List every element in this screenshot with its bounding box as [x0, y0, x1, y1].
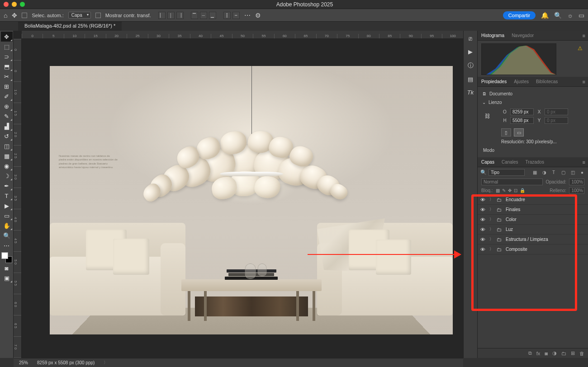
zoom-level[interactable]: 25%: [19, 360, 28, 365]
opacity-input[interactable]: 100%: [569, 179, 584, 185]
filter-smart-icon[interactable]: ◫: [569, 169, 576, 176]
close-window-icon[interactable]: [4, 2, 9, 7]
visibility-icon[interactable]: 👁: [480, 197, 487, 202]
fill-input[interactable]: 100%: [569, 187, 584, 194]
filter-search-icon[interactable]: 🔍: [480, 169, 487, 175]
lasso-tool[interactable]: ⊃: [1, 52, 13, 61]
dodge-tool[interactable]: ☽: [1, 171, 13, 181]
lock-all-icon[interactable]: 🔒: [520, 188, 525, 193]
tab-adjustments[interactable]: Ajustes: [513, 78, 530, 85]
minimize-window-icon[interactable]: [12, 2, 17, 7]
blend-mode-select[interactable]: Normal: [481, 179, 543, 185]
delete-layer-icon[interactable]: 🗑: [579, 351, 584, 356]
chevron-right-icon[interactable]: 〉: [489, 226, 494, 232]
layer-filter-kind-select[interactable]: Tipo: [488, 169, 525, 176]
tab-navigator[interactable]: Navegador: [511, 32, 535, 39]
screenmode-tool[interactable]: ▣: [1, 273, 13, 283]
filter-toggle-icon[interactable]: ●: [579, 169, 585, 176]
chevron-right-icon[interactable]: 〉: [489, 216, 494, 222]
quickmask-tool[interactable]: ◙: [1, 263, 13, 273]
filter-shape-icon[interactable]: ▢: [560, 169, 566, 176]
visibility-icon[interactable]: 👁: [480, 237, 487, 242]
orientation-landscape-button[interactable]: ▭: [514, 128, 524, 136]
shape-tool[interactable]: ▭: [1, 211, 13, 221]
panel-menu-icon[interactable]: ≡: [583, 33, 585, 38]
link-layers-icon[interactable]: ⧉: [528, 350, 532, 356]
frame-tool[interactable]: ⊞: [1, 81, 13, 91]
visibility-icon[interactable]: 👁: [480, 217, 487, 222]
lock-artboard-icon[interactable]: ⊡: [514, 188, 517, 193]
chevron-right-icon[interactable]: 〉: [489, 197, 494, 202]
blur-tool[interactable]: ◉: [1, 161, 13, 171]
tab-libraries[interactable]: Bibliotecas: [535, 78, 559, 85]
panel-menu-icon[interactable]: ≡: [583, 160, 585, 165]
align-right-icon[interactable]: ▕: [176, 12, 184, 19]
document-tab[interactable]: BoliaMalaga-482.psd al 25% (RGB/16*) *: [18, 22, 122, 31]
x-input[interactable]: 0 px: [545, 108, 568, 115]
document-canvas[interactable]: Nuestras mesas de centro con tableros de…: [50, 66, 453, 334]
layer-list[interactable]: 👁〉🗀Encuadre👁〉🗀Finales👁〉🗀Color👁〉🗀Luz👁〉🗀Es…: [478, 195, 588, 348]
new-group-icon[interactable]: 🗀: [561, 351, 566, 356]
lock-position-icon[interactable]: ✥: [508, 188, 512, 193]
eyedropper-tool[interactable]: ✐: [1, 91, 13, 101]
ruler-vertical[interactable]: 001 01 52 02 53 03 54 04 55 05 56 06 57 …: [14, 39, 22, 358]
pen-tool[interactable]: ✒: [1, 181, 13, 191]
show-transform-checkbox[interactable]: [95, 13, 101, 18]
distribute-v-icon[interactable]: ┅: [232, 12, 240, 19]
crop-tool[interactable]: ✂: [1, 71, 13, 81]
more-align-icon[interactable]: ⋯: [244, 12, 251, 19]
align-bottom-icon[interactable]: ▁: [209, 12, 216, 19]
brush-tool[interactable]: ✎: [1, 111, 13, 121]
quick-select-tool[interactable]: ⬒: [1, 61, 13, 71]
ruler-horizontal[interactable]: 0510152025303540455055606570758085909510…: [22, 31, 463, 39]
move-tool[interactable]: ✥: [1, 32, 13, 42]
color-swatches[interactable]: [1, 252, 12, 263]
panel-icon-5[interactable]: Tk: [467, 89, 474, 96]
workspace-icon[interactable]: ▭: [579, 12, 584, 19]
heal-tool[interactable]: ⊕: [1, 101, 13, 111]
path-select-tool[interactable]: ▶: [1, 201, 13, 211]
layer-group-row[interactable]: 👁〉🗀Estructura / Limpieza: [478, 235, 588, 245]
layer-style-icon[interactable]: fx: [536, 351, 541, 356]
histogram-warning-icon[interactable]: ⚠: [578, 45, 583, 52]
hand-tool[interactable]: ✋: [1, 221, 13, 231]
status-menu-icon[interactable]: 〉: [104, 360, 108, 366]
panel-icon-4[interactable]: ▤: [468, 76, 473, 83]
visibility-icon[interactable]: 👁: [480, 247, 487, 252]
lock-transparent-icon[interactable]: ▩: [496, 188, 500, 193]
zoom-tool[interactable]: 🔍: [1, 231, 13, 240]
distribute-h-icon[interactable]: ┇: [223, 12, 231, 19]
new-layer-icon[interactable]: ⊞: [571, 350, 575, 356]
tab-properties[interactable]: Propiedades: [480, 78, 507, 85]
appearance-icon[interactable]: ☼: [567, 12, 573, 19]
canvas-area[interactable]: 0510152025303540455055606570758085909510…: [14, 31, 463, 358]
layer-group-row[interactable]: 👁〉🗀Luz: [478, 225, 588, 235]
link-dimensions-icon[interactable]: ⛓: [485, 113, 490, 119]
share-button[interactable]: Compartir: [503, 11, 536, 19]
notifications-icon[interactable]: 🔔: [541, 12, 549, 19]
gear-icon[interactable]: ⚙: [255, 12, 261, 19]
eraser-tool[interactable]: ◫: [1, 141, 13, 151]
visibility-icon[interactable]: 👁: [480, 227, 487, 232]
autoselect-target-select[interactable]: Capa: [68, 12, 91, 19]
layer-mask-icon[interactable]: ◙: [545, 351, 548, 356]
panel-icon-2[interactable]: ▶: [468, 48, 473, 55]
panel-icon-1[interactable]: ⎚: [469, 35, 472, 42]
search-icon[interactable]: 🔍: [554, 12, 562, 19]
autoselect-checkbox[interactable]: [22, 13, 27, 18]
layer-group-row[interactable]: 👁〉🗀Composite: [478, 245, 588, 254]
align-top-icon[interactable]: ▔: [191, 12, 198, 19]
lock-pixels-icon[interactable]: ✎: [502, 188, 506, 193]
visibility-icon[interactable]: 👁: [480, 207, 487, 212]
panel-menu-icon[interactable]: ≡: [583, 79, 585, 85]
type-tool[interactable]: T: [1, 191, 13, 201]
align-left-icon[interactable]: ▏: [158, 12, 166, 19]
layer-group-row[interactable]: 👁〉🗀Color: [478, 215, 588, 225]
new-adjustment-icon[interactable]: ◑: [552, 350, 557, 356]
layer-group-row[interactable]: 👁〉🗀Encuadre: [478, 195, 588, 205]
chevron-down-icon[interactable]: ⌄: [482, 100, 486, 105]
edit-toolbar-icon[interactable]: ⋯: [1, 240, 13, 250]
tab-paths[interactable]: Trazados: [525, 158, 545, 166]
layer-group-row[interactable]: 👁〉🗀Finales: [478, 205, 588, 215]
tab-histogram[interactable]: Histograma: [480, 32, 505, 39]
